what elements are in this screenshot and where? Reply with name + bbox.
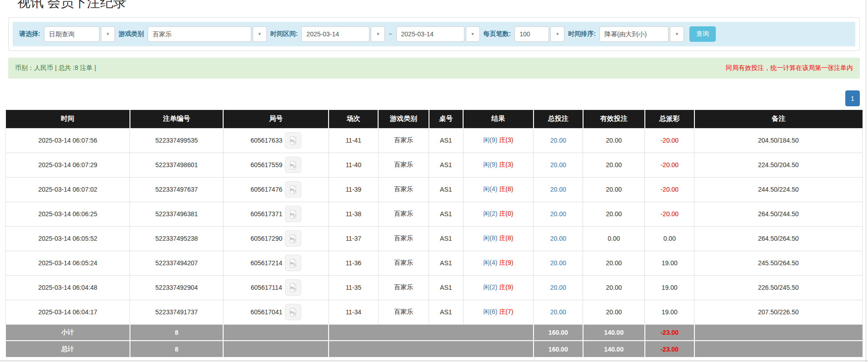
- valid-bet-cell: 20.00: [583, 251, 645, 275]
- session-cell: 11-37: [329, 226, 378, 251]
- total-bet-cell[interactable]: 20.00: [534, 275, 583, 300]
- payout-cell: -20.00: [645, 153, 694, 177]
- player-result: 闲(2): [483, 210, 497, 217]
- game-type-cell: 百家乐: [378, 251, 429, 275]
- total-count-cell: 8: [130, 341, 223, 357]
- chevron-down-icon[interactable]: ▼: [550, 26, 564, 42]
- total-bet-cell[interactable]: 20.00: [534, 128, 583, 153]
- total-empty-cell: [223, 341, 329, 357]
- column-header: 结果: [463, 110, 534, 128]
- session-cell: 11-40: [329, 153, 378, 177]
- round-id-value: 605617476: [250, 186, 282, 193]
- player-result: 闲(9): [483, 161, 497, 168]
- round-id-group: 605617214: [250, 255, 301, 271]
- table-id-cell: AS1: [429, 153, 463, 177]
- banker-result: 庄(3): [499, 161, 513, 168]
- valid-bet-cell: 20.00: [583, 202, 645, 226]
- total-bet-cell[interactable]: 20.00: [534, 177, 583, 202]
- video-replay-button[interactable]: [285, 181, 301, 198]
- session-cell: 11-38: [329, 202, 378, 226]
- video-replay-button[interactable]: [285, 157, 301, 173]
- chevron-down-icon[interactable]: ▼: [101, 26, 115, 42]
- valid-bet-note: 同局有效投注，统一计算在该局第一张注单内: [726, 64, 853, 72]
- game-type-select[interactable]: 百家乐 ▼: [148, 26, 267, 42]
- sort-order-label: 时间排序:: [568, 30, 596, 38]
- chevron-down-icon[interactable]: ▼: [371, 26, 385, 42]
- video-replay-button[interactable]: [285, 132, 301, 149]
- round-id-group: 605617290: [250, 230, 301, 247]
- bet-id-cell: 522337496381: [130, 202, 223, 226]
- film-icon: [288, 233, 298, 243]
- result-cell: 闲(4) 庄(8): [463, 177, 534, 202]
- round-id-value: 605617371: [250, 210, 282, 218]
- bet-time-cell: 2025-03-14 06:07:29: [6, 153, 130, 177]
- film-icon: [288, 307, 298, 317]
- bet-id-cell: 522337495238: [130, 226, 223, 251]
- note-cell: 207.50/226.50: [694, 300, 863, 324]
- round-id-value: 605617114: [251, 284, 282, 291]
- round-id-group: 605617041: [250, 304, 301, 320]
- video-replay-button[interactable]: [285, 206, 301, 222]
- total-label-cell: 总计: [6, 341, 130, 357]
- game-type-cell: 百家乐: [378, 275, 429, 300]
- table-id-cell: AS1: [429, 275, 463, 300]
- banker-result: 庄(8): [499, 234, 513, 242]
- total-bet-cell[interactable]: 20.00: [534, 226, 583, 251]
- banker-result: 庄(3): [499, 136, 513, 144]
- sort-order-select[interactable]: 降幂(由大到小) ▼: [599, 26, 684, 42]
- bet-id-cell: 522337498601: [130, 153, 223, 177]
- session-cell: 11-41: [329, 128, 378, 153]
- table-row: 2025-03-14 06:07:56522337499535605617633…: [6, 128, 863, 153]
- total-bet-cell[interactable]: 20.00: [534, 153, 583, 177]
- search-button[interactable]: 查询: [689, 26, 716, 42]
- round-id-cell: 605617290: [223, 226, 329, 251]
- table-id-cell: AS1: [429, 202, 463, 226]
- banker-result: 庄(9): [499, 259, 513, 266]
- banker-result: 庄(8): [499, 185, 513, 193]
- game-type-label: 游戏类别: [119, 30, 144, 38]
- date-from-select[interactable]: 2025-03-14 ▼: [301, 26, 385, 42]
- bet-id-cell: 522337494207: [130, 251, 223, 275]
- total-bet-cell[interactable]: 20.00: [534, 202, 583, 226]
- page-size-select[interactable]: 100 ▼: [514, 26, 564, 42]
- total-bet-cell[interactable]: 20.00: [534, 251, 583, 275]
- total-bet-sum-cell: 160.00: [534, 341, 583, 357]
- film-icon: [288, 209, 298, 219]
- column-header: 桌号: [429, 110, 463, 128]
- column-header: 注单编号: [130, 110, 223, 128]
- video-replay-button[interactable]: [285, 230, 301, 247]
- column-header: 备注: [694, 110, 863, 128]
- film-icon: [288, 135, 298, 145]
- film-icon: [288, 184, 298, 194]
- player-result: 闲(4): [483, 259, 497, 266]
- bet-time-cell: 2025-03-14 06:05:52: [6, 226, 130, 251]
- payout-cell: 19.00: [645, 300, 694, 324]
- session-cell: 11-34: [329, 300, 378, 324]
- round-id-cell: 605617041: [223, 300, 329, 324]
- chevron-down-icon[interactable]: ▼: [670, 26, 684, 42]
- player-result: 闲(4): [483, 185, 497, 193]
- chevron-down-icon[interactable]: ▼: [253, 26, 267, 42]
- chevron-down-icon[interactable]: ▼: [466, 26, 480, 42]
- payout-sum-cell: -23.00: [645, 341, 694, 357]
- total-bet-cell[interactable]: 20.00: [534, 300, 583, 324]
- video-replay-button[interactable]: [285, 255, 301, 271]
- query-type-select[interactable]: 日期查询 ▼: [44, 26, 115, 42]
- payout-cell: 19.00: [645, 275, 694, 300]
- note-cell: 244.50/224.50: [694, 177, 863, 202]
- bet-time-cell: 2025-03-14 06:06:25: [6, 202, 130, 226]
- column-header: 游戏类别: [378, 110, 429, 128]
- session-cell: 11-39: [329, 177, 378, 202]
- video-replay-button[interactable]: [285, 279, 301, 296]
- video-replay-button[interactable]: [285, 304, 301, 320]
- round-id-group: 605617476: [250, 181, 301, 198]
- film-icon: [288, 283, 298, 293]
- query-type-value: 日期查询: [44, 26, 100, 42]
- currency-total-summary: 币别：人民币 | 总共 :8 注单 |: [15, 64, 96, 72]
- page-1-button[interactable]: 1: [845, 90, 860, 106]
- payout-cell: -20.00: [645, 128, 694, 153]
- film-icon: [288, 258, 298, 268]
- sort-order-value: 降幂(由大到小): [599, 26, 668, 42]
- date-to-select[interactable]: 2025-03-14 ▼: [396, 26, 480, 42]
- summary-bar: 币别：人民币 | 总共 :8 注单 | 同局有效投注，统一计算在该局第一张注单内: [8, 58, 860, 79]
